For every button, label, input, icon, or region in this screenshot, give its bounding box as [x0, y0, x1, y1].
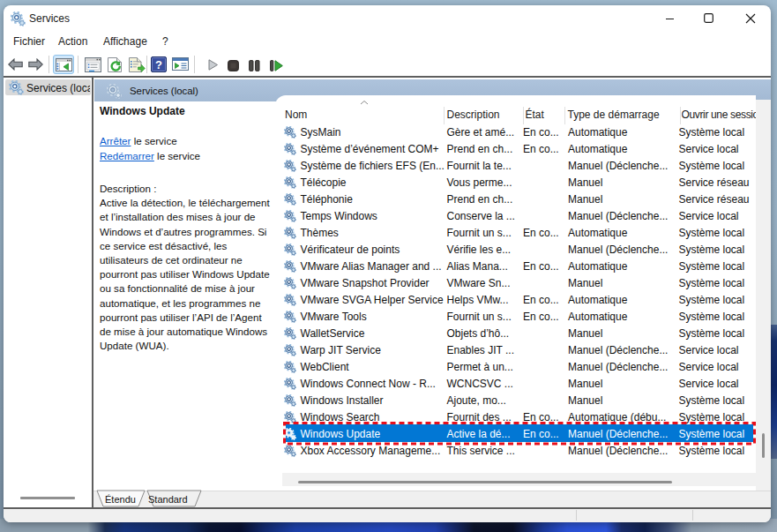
svg-text:?: ? — [155, 58, 162, 71]
